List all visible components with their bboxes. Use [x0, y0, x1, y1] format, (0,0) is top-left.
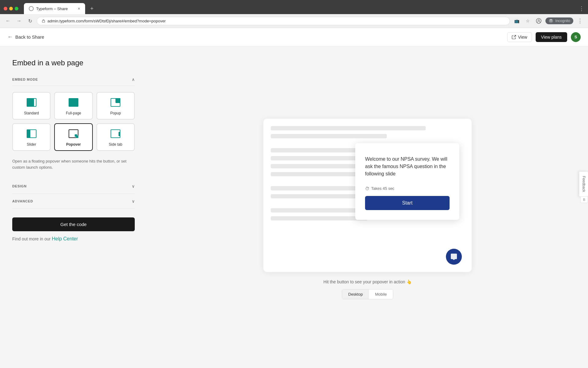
external-link-icon: [512, 35, 516, 39]
popover-icon: [67, 128, 80, 140]
design-section: DESIGN ∨: [12, 179, 135, 194]
help-text: Find out more in our Help Center: [12, 236, 135, 242]
clock-icon: ⏱: [365, 186, 369, 191]
cast-icon[interactable]: 📺: [512, 17, 521, 25]
skeleton-2: [271, 134, 387, 138]
advanced-section: ADVANCED ∨: [12, 194, 135, 209]
tab-close-btn[interactable]: ×: [78, 6, 80, 11]
feedback-tab[interactable]: Feedback: [579, 171, 588, 197]
window-minimize-dot[interactable]: [9, 7, 13, 10]
hint-row: Hit the button to see your popover in ac…: [323, 279, 412, 284]
embed-mode-title: EMBED MODE: [12, 78, 38, 81]
browser-toolbar: ← → ↻ admin.typeform.com/form/sWDtsfDj/s…: [0, 14, 588, 28]
popover-label: Popover: [66, 142, 81, 147]
embed-mode-header: EMBED MODE ∧: [12, 77, 135, 86]
preview-container: Welcome to our NPSA survey. We will ask …: [263, 119, 472, 272]
embed-option-popover[interactable]: Popover: [54, 123, 92, 151]
desktop-view-btn[interactable]: Desktop: [342, 289, 369, 299]
fullpage-icon: [67, 96, 80, 109]
main-content: Embed in a web page EMBED MODE ∧ Standar…: [0, 46, 588, 368]
mobile-view-btn[interactable]: Mobile: [369, 289, 393, 299]
takes-time-label: Takes 45 sec: [371, 186, 394, 191]
incognito-icon: [548, 18, 553, 23]
embed-option-fullpage[interactable]: Full-page: [54, 92, 92, 120]
url-text: admin.typeform.com/form/sWDtsfDj/share#/…: [47, 19, 166, 23]
profile-icon[interactable]: [534, 17, 543, 25]
user-avatar[interactable]: S: [571, 32, 581, 42]
incognito-badge: Incognito: [545, 17, 573, 24]
panel-title: Embed in a web page: [12, 59, 135, 67]
svg-point-5: [551, 21, 552, 22]
embed-mode-section: EMBED MODE ∧ Standard Full-page: [12, 77, 135, 170]
window-close-dot[interactable]: [4, 7, 7, 10]
forward-button[interactable]: →: [15, 17, 23, 25]
back-to-share-label: Back to Share: [15, 34, 44, 40]
advanced-section-header[interactable]: ADVANCED ∨: [12, 194, 135, 209]
svg-rect-0: [42, 21, 45, 22]
popover-trigger-button[interactable]: [446, 249, 462, 265]
get-code-button[interactable]: Get the code: [12, 217, 135, 231]
slider-label: Slider: [27, 142, 36, 147]
view-toggle: Desktop Mobile: [342, 289, 393, 299]
user-circle-icon: [536, 18, 541, 24]
lock-icon: [41, 19, 46, 23]
survey-welcome-text: Welcome to our NPSA survey. We will ask …: [365, 155, 450, 178]
design-section-header[interactable]: DESIGN ∨: [12, 179, 135, 194]
advanced-chevron-icon: ∨: [132, 199, 135, 204]
svg-point-2: [538, 20, 540, 21]
tab-favicon: [29, 6, 34, 11]
sidetab-icon: [109, 128, 122, 140]
beta-badge[interactable]: B: [580, 196, 588, 203]
design-chevron-icon: ∨: [132, 184, 135, 189]
left-panel: Embed in a web page EMBED MODE ∧ Standar…: [0, 46, 147, 368]
incognito-label: Incognito: [555, 19, 570, 23]
browser-tab-active[interactable]: Typeform – Share ×: [24, 3, 85, 14]
new-tab-button[interactable]: +: [88, 4, 96, 13]
app-header: ← Back to Share View View plans S: [0, 28, 588, 46]
header-right: View View plans S: [507, 32, 581, 42]
skeleton-10: [271, 216, 368, 220]
embed-mode-chevron[interactable]: ∧: [132, 77, 135, 82]
address-bar[interactable]: admin.typeform.com/form/sWDtsfDj/share#/…: [37, 17, 510, 25]
embed-option-slider[interactable]: Slider: [12, 123, 51, 151]
embed-option-popup[interactable]: Popup: [96, 92, 135, 120]
toolbar-icons: 📺 ☆ Incognito ⋮: [512, 17, 584, 25]
start-button[interactable]: Start: [365, 196, 450, 210]
takes-time-row: ⏱ Takes 45 sec: [365, 186, 450, 191]
view-button[interactable]: View: [507, 32, 532, 42]
back-arrow-icon: ←: [7, 34, 13, 40]
back-to-share-link[interactable]: ← Back to Share: [7, 34, 44, 40]
sidetab-label: Side tab: [109, 142, 122, 147]
design-section-title: DESIGN: [12, 184, 27, 188]
popup-label: Popup: [110, 111, 121, 115]
browser-menu-icon[interactable]: ⋮: [579, 5, 584, 12]
slider-icon: [25, 128, 38, 140]
embed-mode-grid: Standard Full-page Popup: [12, 92, 135, 151]
svg-point-4: [550, 21, 551, 22]
refresh-button[interactable]: ↻: [26, 17, 34, 25]
standard-label: Standard: [24, 111, 39, 115]
skeleton-6: [271, 172, 368, 176]
tab-title: Typeform – Share: [36, 6, 75, 11]
browser-chrome: Typeform – Share × + ⋮: [0, 0, 588, 14]
view-plans-button[interactable]: View plans: [536, 32, 567, 42]
popover-card: Welcome to our NPSA survey. We will ask …: [355, 143, 459, 220]
right-panel: Welcome to our NPSA survey. We will ask …: [147, 46, 588, 368]
help-center-link[interactable]: Help Center: [52, 236, 78, 241]
skeleton-1: [271, 126, 426, 130]
embed-description: Open as a floating popover when someone …: [12, 158, 135, 170]
embed-option-standard[interactable]: Standard: [12, 92, 51, 120]
view-label: View: [518, 35, 527, 40]
back-button[interactable]: ←: [4, 17, 12, 25]
hint-text: Hit the button to see your popover in ac…: [323, 279, 412, 284]
skeleton-8: [271, 194, 358, 198]
embed-option-sidetab[interactable]: Side tab: [96, 123, 135, 151]
fullpage-label: Full-page: [66, 111, 81, 115]
bookmark-icon[interactable]: ☆: [523, 17, 532, 25]
window-maximize-dot[interactable]: [15, 7, 18, 10]
chat-icon: [450, 253, 458, 260]
browser-menu-btn[interactable]: ⋮: [576, 17, 584, 25]
advanced-section-title: ADVANCED: [12, 199, 33, 203]
popup-icon: [109, 96, 122, 109]
preview-bottom: Hit the button to see your popover in ac…: [323, 279, 412, 299]
